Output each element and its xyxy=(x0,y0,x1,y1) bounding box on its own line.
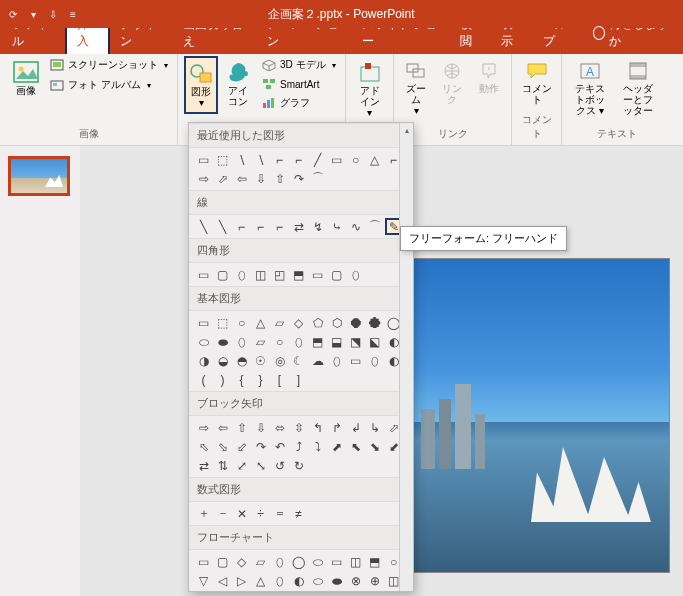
shape-option[interactable]: ▱ xyxy=(271,314,288,331)
shape-option[interactable]: ▭ xyxy=(328,553,345,570)
slide-thumb-1[interactable] xyxy=(8,156,70,196)
shape-option[interactable]: ⬯ xyxy=(328,352,345,369)
shape-option[interactable]: ▱ xyxy=(252,553,269,570)
chart-button[interactable]: グラフ xyxy=(258,94,340,112)
shape-option[interactable]: ◒ xyxy=(214,352,231,369)
shape-option[interactable]: ⌐ xyxy=(252,218,269,235)
shape-option[interactable]: ⬯ xyxy=(271,572,288,589)
shape-option[interactable]: ☁ xyxy=(309,352,326,369)
shape-option[interactable]: ) xyxy=(214,371,231,388)
shape-option[interactable]: ⇩ xyxy=(252,170,269,187)
shape-option[interactable]: ⬈ xyxy=(328,438,345,455)
shape-option[interactable]: ⌐ xyxy=(271,218,288,235)
shape-option[interactable]: ≠ xyxy=(290,505,307,522)
shape-option[interactable]: ▢ xyxy=(214,553,231,570)
shape-option[interactable]: ⬉ xyxy=(347,438,364,455)
shape-option[interactable]: ▭ xyxy=(347,352,364,369)
shape-option[interactable]: △ xyxy=(252,572,269,589)
customize-qat-icon[interactable]: ⇩ xyxy=(46,7,60,21)
shape-option[interactable]: ⇦ xyxy=(233,170,250,187)
shape-option[interactable]: ⇨ xyxy=(195,419,212,436)
shape-option[interactable]: ⬀ xyxy=(214,170,231,187)
shape-option[interactable]: ⬬ xyxy=(214,333,231,350)
shape-option[interactable]: ↰ xyxy=(309,419,326,436)
shape-option[interactable]: ⬡ xyxy=(328,314,345,331)
shape-option[interactable]: ⬒ xyxy=(290,266,307,283)
shape-option[interactable]: ▭ xyxy=(195,266,212,283)
shape-option[interactable]: ⌒ xyxy=(309,170,326,187)
shape-option[interactable]: ⇧ xyxy=(233,419,250,436)
shape-option[interactable]: ⬕ xyxy=(366,333,383,350)
shape-option[interactable]: ◓ xyxy=(233,352,250,369)
shape-option[interactable]: ⇄ xyxy=(290,218,307,235)
slide-picture[interactable] xyxy=(410,258,670,573)
shape-option[interactable]: ╲ xyxy=(214,218,231,235)
shape-option[interactable]: ☾ xyxy=(290,352,307,369)
photoalbum-button[interactable]: フォト アルバム ▾ xyxy=(46,76,172,94)
shape-option[interactable]: ⬒ xyxy=(366,553,383,570)
shape-option[interactable]: ↺ xyxy=(271,457,288,474)
shape-option[interactable]: ▢ xyxy=(214,266,231,283)
shape-option[interactable]: ＋ xyxy=(195,505,212,522)
shape-option[interactable]: ⬯ xyxy=(290,333,307,350)
addins-button[interactable]: アドイン▾ xyxy=(352,56,387,123)
shape-option[interactable]: ] xyxy=(290,371,307,388)
shape-option[interactable]: ∿ xyxy=(347,218,364,235)
shape-option[interactable]: － xyxy=(214,505,231,522)
shape-option[interactable]: } xyxy=(252,371,269,388)
shape-option[interactable]: ◇ xyxy=(290,314,307,331)
shape-option[interactable]: [ xyxy=(271,371,288,388)
shape-option[interactable]: ＝ xyxy=(271,505,288,522)
picture-button[interactable]: 画像 xyxy=(10,56,42,101)
shape-option[interactable]: ⯄ xyxy=(366,314,383,331)
shape-option[interactable]: ▢ xyxy=(328,266,345,283)
shape-option[interactable]: ◑ xyxy=(195,352,212,369)
shape-option[interactable]: ↷ xyxy=(290,170,307,187)
shape-option[interactable]: ▭ xyxy=(195,314,212,331)
shape-option[interactable]: ( xyxy=(195,371,212,388)
shape-option[interactable]: ◎ xyxy=(271,352,288,369)
shape-option[interactable]: ⊕ xyxy=(366,572,383,589)
shape-option[interactable]: ◫ xyxy=(347,553,364,570)
shape-option[interactable]: ⤡ xyxy=(252,457,269,474)
shape-option[interactable]: ↻ xyxy=(290,457,307,474)
screenshot-button[interactable]: スクリーンショット ▾ xyxy=(46,56,172,74)
shape-option[interactable]: ↯ xyxy=(309,218,326,235)
shape-option[interactable]: ⬚ xyxy=(214,151,231,168)
autosave-icon[interactable]: ⟳ xyxy=(6,7,20,21)
shape-option[interactable]: ⯃ xyxy=(347,314,364,331)
shape-option[interactable]: ⌒ xyxy=(366,218,383,235)
shapes-button[interactable]: 図形▾ xyxy=(184,56,218,114)
shape-option[interactable]: ▭ xyxy=(309,266,326,283)
shape-option[interactable]: ⇄ xyxy=(195,457,212,474)
scroll-up-icon[interactable]: ▴ xyxy=(400,123,413,137)
zoom-button[interactable]: ズーム▾ xyxy=(400,56,432,121)
shape-option[interactable]: ╱ xyxy=(309,151,326,168)
shape-option[interactable]: ╲ xyxy=(195,218,212,235)
shape-option[interactable]: ⬄ xyxy=(271,419,288,436)
shape-option[interactable]: ▭ xyxy=(195,553,212,570)
shape-option[interactable]: ↷ xyxy=(252,438,269,455)
undo-dropdown-icon[interactable]: ▾ xyxy=(26,7,40,21)
shape-option[interactable]: ⬠ xyxy=(309,314,326,331)
shape-option[interactable]: ⬃ xyxy=(233,438,250,455)
smartart-button[interactable]: SmartArt xyxy=(258,76,340,92)
shape-option[interactable]: ◐ xyxy=(290,572,307,589)
shape-option[interactable]: ○ xyxy=(233,314,250,331)
shape-option[interactable]: ⬯ xyxy=(366,352,383,369)
shape-option[interactable]: ✕ xyxy=(233,505,250,522)
shape-option[interactable]: ⇦ xyxy=(214,419,231,436)
shape-option[interactable]: ⬯ xyxy=(233,266,250,283)
shape-option[interactable]: ⌐ xyxy=(233,218,250,235)
shape-option[interactable]: ⇩ xyxy=(252,419,269,436)
shape-option[interactable]: ▷ xyxy=(233,572,250,589)
shape-option[interactable]: ⌐ xyxy=(290,151,307,168)
shape-option[interactable]: ⇨ xyxy=(195,170,212,187)
shape-option[interactable]: ⇳ xyxy=(290,419,307,436)
shape-option[interactable]: ⬓ xyxy=(328,333,345,350)
shape-option[interactable]: ◁ xyxy=(214,572,231,589)
shape-option[interactable]: ⬭ xyxy=(195,333,212,350)
shape-option[interactable]: ⬒ xyxy=(309,333,326,350)
shape-option[interactable]: ⬯ xyxy=(271,553,288,570)
textbox-button[interactable]: A テキストボックス ▾ xyxy=(568,56,612,121)
